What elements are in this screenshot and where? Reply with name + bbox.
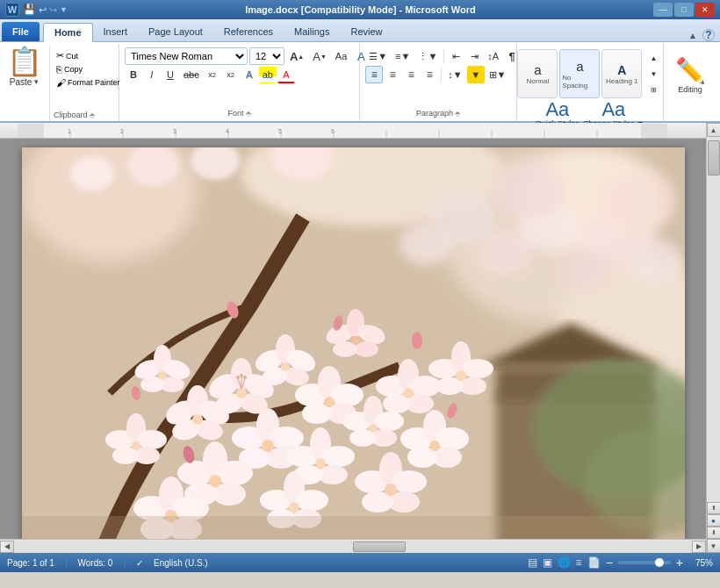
scroll-left-button[interactable]: ◀ (0, 541, 14, 553)
tab-insert[interactable]: Insert (93, 22, 139, 41)
style-heading1[interactable]: A Heading 1 (601, 49, 642, 98)
zoom-slider[interactable] (618, 561, 671, 564)
zoom-level[interactable]: 75% (688, 558, 713, 568)
clipboard-expand-icon[interactable]: ⬘ (90, 111, 95, 119)
editing-button[interactable]: ✏️ Editing (670, 53, 711, 97)
redo-icon[interactable]: ↪ (49, 4, 57, 16)
align-right-button[interactable]: ≡ (402, 66, 420, 83)
copy-button[interactable]: ⎘ Copy (54, 63, 123, 75)
tab-references[interactable]: References (213, 22, 284, 41)
style-no-spacing[interactable]: a No Spacing (559, 49, 600, 98)
tab-file[interactable]: File (2, 22, 40, 41)
tab-mailings[interactable]: Mailings (284, 22, 340, 41)
full-screen-reading-button[interactable]: ▣ (543, 556, 552, 569)
svg-text:4: 4 (226, 128, 229, 134)
svg-point-113 (436, 427, 469, 450)
copy-icon: ⎘ (56, 64, 62, 75)
tab-page-layout[interactable]: Page Layout (138, 22, 213, 41)
format-painter-button[interactable]: 🖌 Format Painter (54, 76, 123, 89)
justify-button[interactable]: ≡ (421, 66, 438, 83)
bullets-button[interactable]: ☰▼ (365, 47, 391, 65)
language-label[interactable]: English (U.S.) (154, 558, 208, 568)
cut-button[interactable]: ✂ Cut (54, 49, 123, 62)
align-center-button[interactable]: ≡ (384, 66, 401, 83)
undo-icon[interactable]: ↩ (39, 4, 47, 16)
subscript-button[interactable]: x2 (204, 66, 221, 83)
strikethrough-button[interactable]: abc (180, 66, 203, 83)
font-group: Times New Roman 12 A▲ A▼ Aa A B I U abc (119, 44, 360, 121)
font-color-button[interactable]: A (277, 66, 295, 83)
italic-button[interactable]: I (143, 66, 161, 83)
styles-scroll-up[interactable]: ▲ (644, 51, 662, 65)
zoom-slider-thumb[interactable] (655, 558, 664, 567)
font-size-select[interactable]: 12 (249, 47, 284, 65)
paragraph-expand-icon[interactable]: ⬘ (455, 110, 460, 118)
paste-button[interactable]: 📋 Paste ▼ (5, 46, 44, 89)
text-effects-button[interactable]: A (241, 66, 258, 83)
horizontal-scrollbar[interactable]: ◀ ▶ (0, 539, 706, 553)
print-layout-button[interactable]: ▤ (528, 556, 537, 569)
outline-button[interactable]: ≡ (576, 556, 582, 569)
change-case-button[interactable]: Aa (332, 47, 350, 65)
increase-indent-button[interactable]: ⇥ (465, 47, 483, 65)
save-icon[interactable]: 💾 (23, 4, 36, 16)
font-expand-icon[interactable]: ⬘ (246, 110, 251, 118)
spelling-check-icon[interactable]: ✓ (136, 558, 143, 568)
v-scroll-thumb[interactable] (708, 140, 720, 176)
v-scroll-track (708, 137, 720, 502)
multilevel-list-button[interactable]: ⋮▼ (414, 47, 441, 65)
document-page[interactable] (22, 147, 685, 539)
shading-button[interactable]: ▼ (467, 66, 485, 83)
svg-rect-159 (22, 516, 685, 539)
paste-dropdown-icon[interactable]: ▼ (32, 78, 40, 86)
web-layout-button[interactable]: 🌐 (558, 556, 571, 569)
bold-button[interactable]: B (125, 66, 142, 83)
svg-point-107 (137, 430, 167, 449)
h-scroll-track (14, 541, 692, 553)
align-left-button[interactable]: ≡ (365, 66, 383, 83)
svg-point-80 (262, 440, 274, 452)
svg-rect-1 (18, 124, 44, 138)
font-name-select[interactable]: Times New Roman (125, 47, 248, 65)
paragraph-group-label: Paragraph ⬘ (416, 107, 460, 119)
styles-expand[interactable]: ⊞ (644, 82, 662, 97)
minimize-button[interactable]: — (653, 3, 673, 17)
horizontal-ruler: 1 2 3 4 5 6 (0, 123, 706, 139)
underline-button[interactable]: U (162, 66, 179, 83)
draft-button[interactable]: 📄 (587, 556, 601, 569)
font-grow-button[interactable]: A▲ (286, 47, 307, 65)
style-heading1-text: A (617, 63, 626, 77)
tab-review[interactable]: Review (340, 22, 392, 41)
scroll-down-button[interactable]: ▼ (707, 539, 721, 553)
format-painter-label: Format Painter (68, 78, 120, 87)
superscript-button[interactable]: x2 (222, 66, 240, 83)
line-spacing-button[interactable]: ↕▼ (444, 66, 465, 83)
decrease-indent-button[interactable]: ⇤ (447, 47, 464, 65)
scroll-up-button[interactable]: ▲ (707, 123, 721, 137)
style-normal[interactable]: a Normal (517, 49, 558, 98)
sort-button[interactable]: ↕A (484, 47, 502, 65)
tab-home[interactable]: Home (43, 23, 93, 42)
vertical-scrollbar[interactable]: ▲ ⬆ ● ⬇ ▼ (706, 123, 720, 553)
font-shrink-button[interactable]: A▼ (309, 47, 330, 65)
borders-button[interactable]: ⊞▼ (486, 66, 510, 83)
styles-scroll-down[interactable]: ▼ (644, 67, 662, 81)
maximize-button[interactable]: □ (674, 3, 694, 17)
svg-point-77 (269, 427, 304, 449)
word-count: Words: 0 (78, 558, 113, 568)
main-area: 1 2 3 4 5 6 (0, 123, 720, 553)
numbering-button[interactable]: ≡▼ (392, 47, 414, 65)
close-button[interactable]: ✕ (695, 3, 715, 17)
zoom-minus-button[interactable]: − (606, 556, 613, 570)
ribbon-collapse-icon[interactable]: ▲ (688, 31, 697, 40)
help-icon[interactable]: ? (702, 29, 715, 41)
text-highlight-button[interactable]: ab (259, 66, 277, 83)
select-browse-button[interactable]: ● (707, 514, 721, 527)
scroll-right-button[interactable]: ▶ (692, 541, 706, 553)
window-controls: — □ ✕ (653, 3, 715, 17)
h-scroll-thumb[interactable] (353, 541, 406, 552)
scroll-prev-page-button[interactable]: ⬆ (707, 502, 721, 514)
scroll-next-page-button[interactable]: ⬇ (707, 527, 721, 539)
zoom-plus-button[interactable]: + (676, 556, 683, 570)
qa-dropdown-icon[interactable]: ▼ (60, 5, 68, 14)
